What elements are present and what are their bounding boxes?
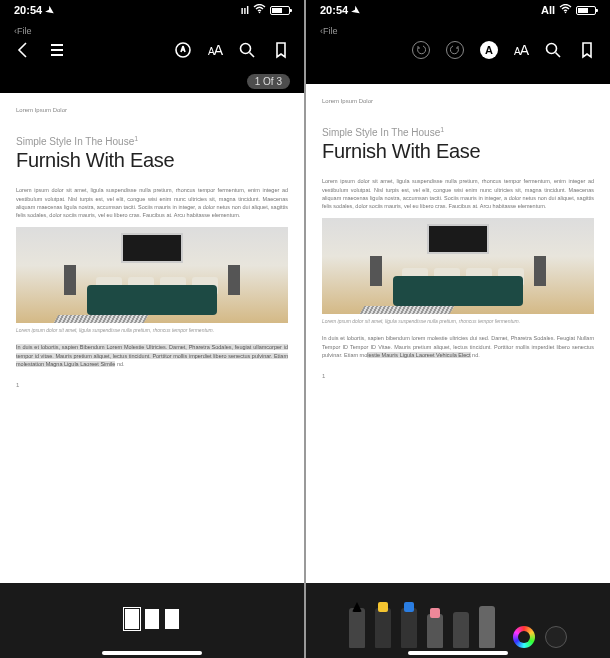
search-button[interactable] <box>544 41 562 59</box>
wifi-icon <box>253 4 266 16</box>
page-thumbnail[interactable] <box>165 609 179 629</box>
page-thumbnail[interactable] <box>145 609 159 629</box>
page-counter-badge: 1 Of 3 <box>247 74 290 89</box>
doc-caption: Lorem ipsum dolor sit amet, ligula suspe… <box>322 318 594 324</box>
doc-header: Lorem Ipsum Dolor <box>322 98 594 104</box>
text-settings-button[interactable]: AA <box>514 42 528 58</box>
document-page: Lorem Ipsum Dolor Simple Style In The Ho… <box>306 84 610 583</box>
doc-paragraph-1: Lorem ipsum dolor sit amet, ligula suspe… <box>322 177 594 210</box>
doc-title: Furnish With Ease <box>322 140 594 163</box>
doc-paragraph-2: In duis et lobortis, sapien Bibendum Lor… <box>16 343 288 368</box>
autonight-button[interactable] <box>174 41 192 59</box>
doc-figure <box>322 218 594 314</box>
doc-figure <box>16 227 288 323</box>
highlighter-tool[interactable] <box>375 608 391 648</box>
pen-tool[interactable] <box>349 608 365 648</box>
svg-point-3 <box>565 12 567 14</box>
file-label-row: ‹File <box>0 20 304 34</box>
doc-title: Furnish With Ease <box>16 149 288 172</box>
home-indicator[interactable] <box>408 651 508 655</box>
markup-tool-tray <box>349 593 567 648</box>
status-bar: 20:54 ➤ All <box>306 0 610 20</box>
svg-point-4 <box>547 44 557 54</box>
reader-view-panel: 20:54 ➤ ııl ‹File AA 1 <box>0 0 304 658</box>
doc-page-number: 1 <box>16 382 288 388</box>
doc-page-number: 1 <box>322 373 594 379</box>
doc-subtitle: Simple Style In The House1 <box>16 135 288 147</box>
color-picker-button[interactable] <box>513 626 535 648</box>
doc-paragraph-2: In duis et lobortis, sapien bibendum lor… <box>322 334 594 359</box>
eraser-tool[interactable] <box>427 614 443 648</box>
svg-point-0 <box>259 12 261 14</box>
reader-toolbar: AA <box>0 34 304 66</box>
autonight-button[interactable]: A <box>480 41 498 59</box>
page-area[interactable]: Lorem Ipsum Dolor Simple Style In The Ho… <box>306 66 610 583</box>
doc-caption: Lorem ipsum dolor sit amet, ligula suspe… <box>16 327 288 333</box>
redo-button[interactable] <box>446 41 464 59</box>
undo-button[interactable] <box>412 41 430 59</box>
bookmark-button[interactable] <box>578 41 596 59</box>
svg-point-2 <box>241 44 251 54</box>
wifi-icon <box>559 4 572 16</box>
contents-button[interactable] <box>48 41 66 59</box>
search-button[interactable] <box>238 41 256 59</box>
status-time: 20:54 <box>14 4 42 16</box>
ruler-tool[interactable] <box>479 606 495 648</box>
page-area[interactable]: 1 Of 3 Lorem Ipsum Dolor Simple Style In… <box>0 66 304 583</box>
battery-icon <box>576 6 596 15</box>
back-button[interactable] <box>14 41 32 59</box>
status-bar: 20:54 ➤ ııl <box>0 0 304 20</box>
bottom-bar-markup <box>306 583 610 658</box>
doc-header: Lorem Ipsum Dolor <box>16 107 288 113</box>
document-page: Lorem Ipsum Dolor Simple Style In The Ho… <box>0 93 304 583</box>
doc-paragraph-1: Lorem ipsum dolor sit amet, ligula suspe… <box>16 186 288 219</box>
bottom-bar-thumbnails <box>0 583 304 658</box>
lasso-tool[interactable] <box>453 612 469 648</box>
home-indicator[interactable] <box>102 651 202 655</box>
location-icon: ➤ <box>350 3 363 17</box>
markup-toolbar: A AA <box>306 34 610 66</box>
status-time: 20:54 <box>320 4 348 16</box>
bookmark-button[interactable] <box>272 41 290 59</box>
thumbnail-strip[interactable] <box>124 609 181 633</box>
page-thumbnail[interactable] <box>125 609 139 629</box>
text-settings-button[interactable]: AA <box>208 42 222 58</box>
current-color-swatch[interactable] <box>545 626 567 648</box>
signal-icon: ııl <box>241 5 249 16</box>
markup-view-panel: 20:54 ➤ All ‹File A AA Lorem <box>306 0 610 658</box>
location-icon: ➤ <box>44 3 57 17</box>
file-label-row: ‹File <box>306 20 610 34</box>
doc-subtitle: Simple Style In The House1 <box>322 126 594 138</box>
pencil-tool[interactable] <box>401 608 417 648</box>
battery-icon <box>270 6 290 15</box>
carrier-label: All <box>541 4 555 16</box>
